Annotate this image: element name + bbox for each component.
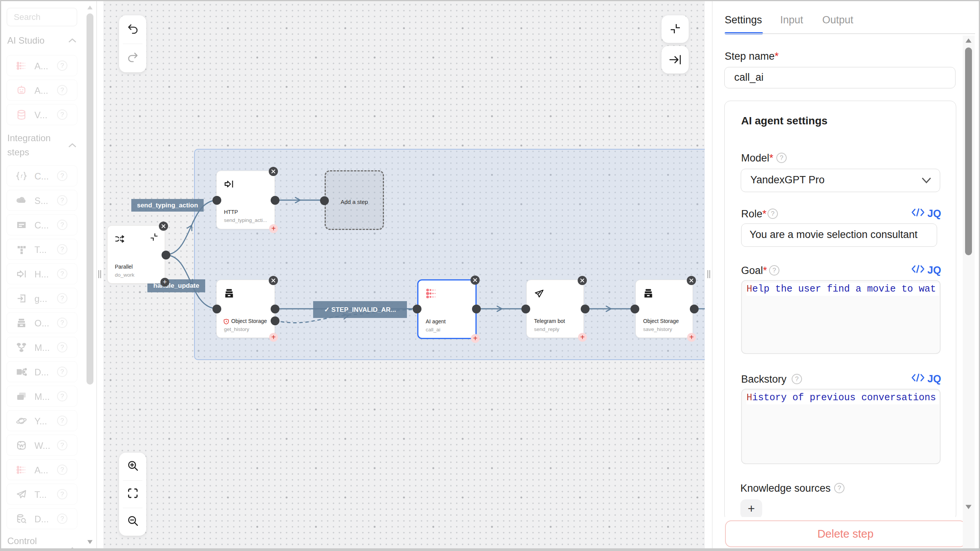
svg-text:f: f <box>21 173 23 179</box>
